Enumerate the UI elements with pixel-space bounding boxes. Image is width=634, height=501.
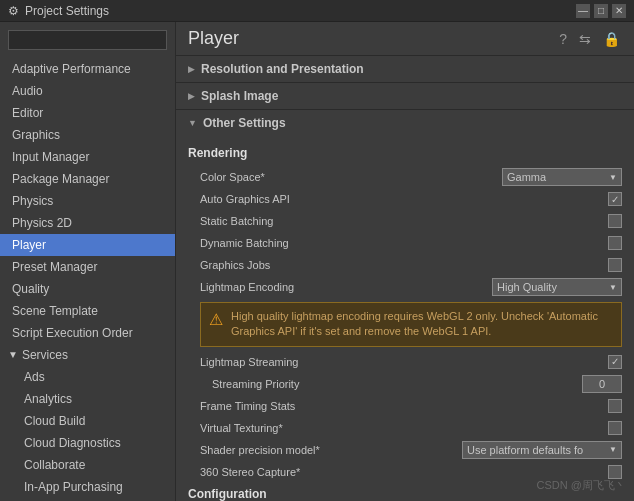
dynamic-batching-label: Dynamic Batching [200,237,608,249]
sidebar-item-package-manager[interactable]: Package Manager [0,168,175,190]
auto-graphics-label: Auto Graphics API [200,193,608,205]
virtual-texturing-label: Virtual Texturing* [200,422,608,434]
stereo-capture-checkbox[interactable] [608,465,622,479]
color-space-value: Gamma [507,171,546,183]
close-button[interactable]: ✕ [612,4,626,18]
sidebar-item-adaptive-performance[interactable]: Adaptive Performance [0,58,175,80]
sidebar-item-editor[interactable]: Editor [0,102,175,124]
sidebar-item-cloud-diagnostics[interactable]: Cloud Diagnostics [0,432,175,454]
section-title-other: Other Settings [203,116,286,130]
shader-precision-value: Use platform defaults fo [467,444,583,456]
sidebar: Adaptive PerformanceAudioEditorGraphicsI… [0,22,176,501]
section-header-splash[interactable]: ▶ Splash Image [176,83,634,109]
sidebar-item-physics-2d[interactable]: Physics 2D [0,212,175,234]
shader-precision-dropdown[interactable]: Use platform defaults fo ▼ [462,441,622,459]
static-batching-checkbox[interactable] [608,214,622,228]
stereo-capture-label: 360 Stereo Capture* [200,466,608,478]
lightmap-streaming-control [608,355,622,369]
lightmap-streaming-row: Lightmap Streaming [176,351,634,373]
auto-graphics-control [608,192,622,206]
color-space-label: Color Space* [200,171,502,183]
sidebar-item-script-execution-order[interactable]: Script Execution Order [0,322,175,344]
sidebar-item-input-manager[interactable]: Input Manager [0,146,175,168]
search-bar [0,26,175,54]
streaming-priority-input[interactable] [582,375,622,393]
sidebar-group-services-header[interactable]: ▼Services [0,344,175,366]
arrow-other: ▼ [188,118,197,128]
graphics-jobs-checkbox[interactable] [608,258,622,272]
content-area: Player ? ⇆ 🔒 ▶ Resolution and Presentati… [176,22,634,501]
graphics-jobs-label: Graphics Jobs [200,259,608,271]
rendering-subsection-title: Rendering [176,142,634,166]
static-batching-label: Static Batching [200,215,608,227]
sidebar-group-services: ▼ServicesAdsAnalyticsCloud BuildCloud Di… [0,344,175,498]
title-bar-text: Project Settings [25,4,109,18]
stereo-capture-control [608,465,622,479]
shader-precision-control: Use platform defaults fo ▼ [462,441,622,459]
warning-text: High quality lightmap encoding requires … [231,309,613,340]
color-space-control: Gamma ▼ [502,168,622,186]
sidebar-item-in-app-purchasing[interactable]: In-App Purchasing [0,476,175,498]
section-resolution: ▶ Resolution and Presentation [176,56,634,83]
lightmap-encoding-row: Lightmap Encoding High Quality ▼ [176,276,634,298]
sidebar-item-collaborate[interactable]: Collaborate [0,454,175,476]
frame-timing-checkbox[interactable] [608,399,622,413]
section-header-resolution[interactable]: ▶ Resolution and Presentation [176,56,634,82]
graphics-jobs-row: Graphics Jobs [176,254,634,276]
virtual-texturing-control [608,421,622,435]
maximize-button[interactable]: □ [594,4,608,18]
sidebar-item-audio[interactable]: Audio [0,80,175,102]
dropdown-arrow: ▼ [609,173,617,182]
content-title: Player [188,28,557,49]
section-title-resolution: Resolution and Presentation [201,62,364,76]
streaming-priority-label: Streaming Priority [212,378,582,390]
sidebar-item-player[interactable]: Player [0,234,175,256]
virtual-texturing-checkbox[interactable] [608,421,622,435]
static-batching-control [608,214,622,228]
content-header: Player ? ⇆ 🔒 [176,22,634,56]
settings-icon: ⚙ [8,4,19,18]
lightmap-encoding-arrow: ▼ [609,283,617,292]
lightmap-encoding-value: High Quality [497,281,557,293]
sidebar-item-quality[interactable]: Quality [0,278,175,300]
sidebar-item-graphics[interactable]: Graphics [0,124,175,146]
shader-precision-arrow: ▼ [609,445,617,454]
sidebar-item-analytics[interactable]: Analytics [0,388,175,410]
lightmap-encoding-label: Lightmap Encoding [200,281,492,293]
sidebar-item-physics[interactable]: Physics [0,190,175,212]
graphics-jobs-control [608,258,622,272]
dynamic-batching-checkbox[interactable] [608,236,622,250]
shader-precision-label: Shader precision model* [200,444,462,456]
lightmap-streaming-label: Lightmap Streaming [200,356,608,368]
sidebar-item-cloud-build[interactable]: Cloud Build [0,410,175,432]
sidebar-item-scene-template[interactable]: Scene Template [0,300,175,322]
sidebar-item-ads[interactable]: Ads [0,366,175,388]
sidebar-item-preset-manager[interactable]: Preset Manager [0,256,175,278]
help-button[interactable]: ? [557,29,569,49]
section-header-other[interactable]: ▼ Other Settings [176,110,634,136]
configuration-subsection-title: Configuration [176,483,634,501]
other-settings-content: Rendering Color Space* Gamma ▼ [176,136,634,501]
color-space-row: Color Space* Gamma ▼ [176,166,634,188]
search-input[interactable] [8,30,167,50]
title-bar: ⚙ Project Settings — □ ✕ [0,0,634,22]
color-space-dropdown[interactable]: Gamma ▼ [502,168,622,186]
frame-timing-row: Frame Timing Stats [176,395,634,417]
streaming-priority-row: Streaming Priority [176,373,634,395]
streaming-priority-control [582,375,622,393]
minimize-button[interactable]: — [576,4,590,18]
lock-button[interactable]: 🔒 [601,29,622,49]
lightmap-streaming-checkbox[interactable] [608,355,622,369]
lightmap-encoding-dropdown[interactable]: High Quality ▼ [492,278,622,296]
dynamic-batching-control [608,236,622,250]
auto-graphics-row: Auto Graphics API [176,188,634,210]
auto-graphics-checkbox[interactable] [608,192,622,206]
header-icons: ? ⇆ 🔒 [557,29,622,49]
frame-timing-label: Frame Timing Stats [200,400,608,412]
frame-timing-control [608,399,622,413]
scroll-area: ▶ Resolution and Presentation ▶ Splash I… [176,56,634,501]
content-wrapper: Player ? ⇆ 🔒 ▶ Resolution and Presentati… [176,22,634,501]
settings-options-button[interactable]: ⇆ [577,29,593,49]
stereo-capture-row: 360 Stereo Capture* [176,461,634,483]
main-content: Adaptive PerformanceAudioEditorGraphicsI… [0,22,634,501]
